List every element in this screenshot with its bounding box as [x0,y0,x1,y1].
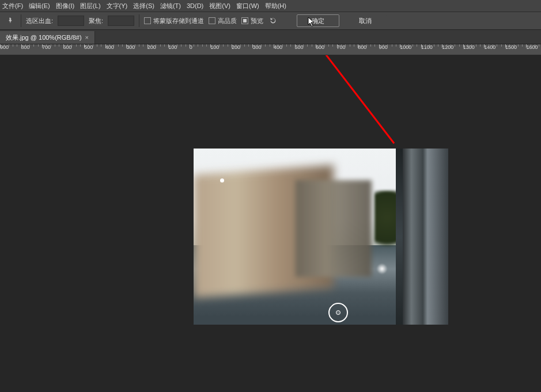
menu-3d[interactable]: 3D(D) [187,2,203,9]
cancel-button[interactable]: 取消 [344,14,387,27]
menu-type[interactable]: 文字(Y) [107,2,128,10]
ruler-tick: 1000 [400,44,411,55]
document-tab-bar: 效果.jpg @ 100%(RGB/8#) × [0,30,541,44]
selection-bleed-input[interactable] [58,16,84,26]
save-mask-label: 将蒙版存储到通道 [153,17,204,25]
ruler-tick: 1500 [505,44,517,55]
ruler-tick: 1300 [463,44,475,55]
image-content [402,149,448,325]
checkbox-icon [209,17,215,24]
focus-label: 聚焦: [89,17,103,25]
menu-edit[interactable]: 编辑(E) [29,2,50,10]
high-quality-label: 高品质 [218,17,237,25]
reset-icon[interactable] [268,16,278,26]
focus-input[interactable] [108,16,134,26]
canvas-area[interactable] [0,55,541,392]
ruler-tick: 0 [190,44,192,55]
selection-bleed-label: 选区出血: [26,17,53,25]
high-quality-checkbox[interactable]: 高品质 [209,17,237,25]
image-content [377,264,387,274]
menu-bar: 文件(F) 编辑(E) 图像(I) 图层(L) 文字(Y) 选择(S) 滤镜(T… [0,0,541,12]
options-bar: 选区出血: 聚焦: 将蒙版存储到通道 高品质 预览 确定 取消 [0,12,541,30]
svg-line-0 [314,55,394,143]
ruler-tick: 1400 [484,44,495,55]
document-tab-title: 效果.jpg @ 100%(RGB/8#) [6,33,82,42]
checkbox-icon [241,17,248,24]
menu-filter[interactable]: 滤镜(T) [160,2,181,10]
ruler-tick: 1600 [526,44,538,55]
separator [139,14,139,27]
menu-window[interactable]: 窗口(W) [236,2,259,10]
save-mask-checkbox[interactable]: 将蒙版存储到通道 [144,17,204,25]
ok-button[interactable]: 确定 [297,14,339,27]
ruler-horizontal[interactable]: 9008007006005004003002001000100200300400… [0,44,541,55]
checkbox-icon [144,17,151,24]
menu-select[interactable]: 选择(S) [133,2,154,10]
preview-label: 预览 [251,17,263,25]
ruler-tick: 1200 [442,44,453,55]
preview-checkbox[interactable]: 预览 [241,17,263,25]
image-content [296,180,372,277]
menu-layer[interactable]: 图层(L) [80,2,100,10]
menu-file[interactable]: 文件(F) [2,2,23,10]
blur-pin-icon[interactable] [220,178,224,182]
menu-view[interactable]: 视图(V) [209,2,230,10]
document-tab[interactable]: 效果.jpg @ 100%(RGB/8#) × [0,31,95,44]
pin-icon[interactable] [3,16,16,26]
close-icon[interactable]: × [85,34,89,41]
ruler-tick: 1100 [421,44,433,55]
separator [21,14,21,27]
menu-help[interactable]: 帮助(H) [265,2,286,10]
menu-image[interactable]: 图像(I) [56,2,74,10]
document-canvas[interactable] [194,149,448,325]
